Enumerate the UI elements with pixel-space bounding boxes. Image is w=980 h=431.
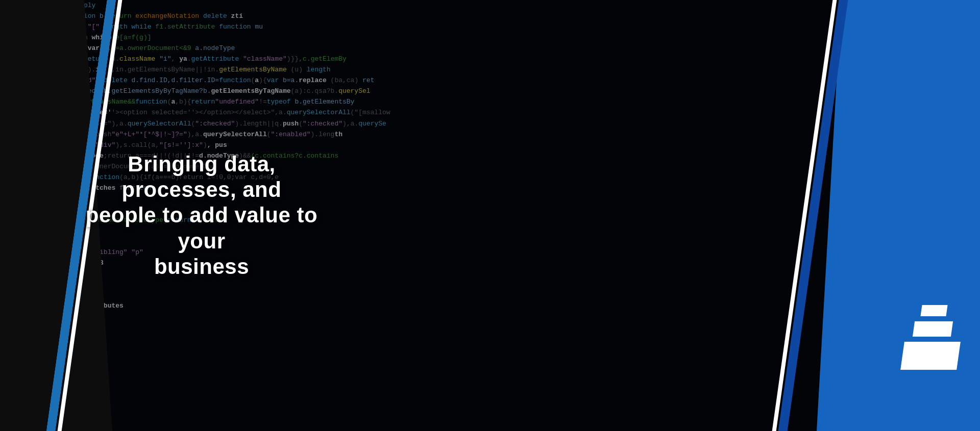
- hero-text-block: Bringing data, processes, and people to …: [69, 151, 334, 280]
- white-rect-small: [920, 305, 947, 316]
- white-rect-medium: [913, 321, 953, 337]
- hero-title: Bringing data, processes, and people to …: [69, 151, 334, 280]
- white-rect-large: [900, 342, 961, 370]
- hero-section: q length test push apply function go var…: [0, 0, 980, 431]
